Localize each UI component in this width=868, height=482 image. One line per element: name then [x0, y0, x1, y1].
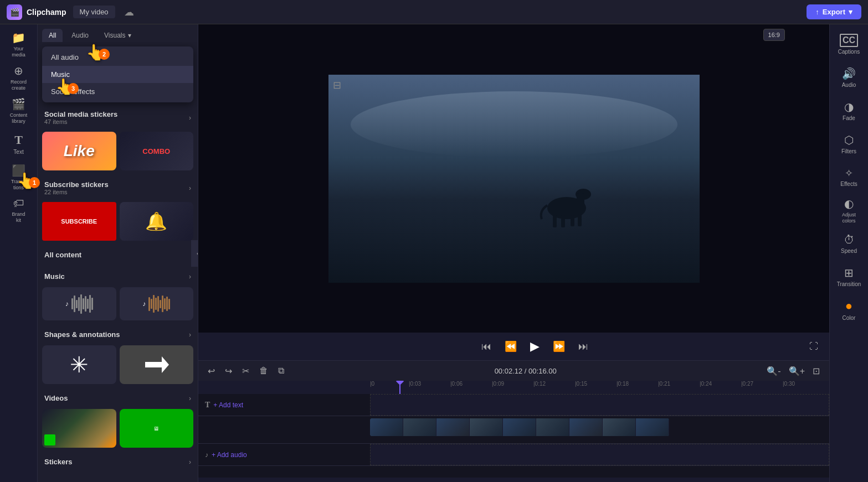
sticker-bell-item[interactable]: 🔔 — [120, 202, 194, 241]
video-track-content — [370, 416, 829, 443]
video-title[interactable]: My video — [73, 6, 115, 18]
ruler-mark-6: |0:06 — [450, 381, 463, 387]
video-thumb-5 — [503, 418, 536, 436]
tab-visuals[interactable]: Visuals ▾ — [97, 29, 137, 42]
section-chevron-music: › — [189, 273, 191, 281]
section-header-shapes[interactable]: Shapes & annotations › — [42, 327, 193, 342]
shape-arrow-item[interactable] — [120, 345, 194, 384]
fit-button[interactable]: ⊡ — [810, 364, 823, 378]
section-header-subscribe[interactable]: Subscribe stickers 22 items › — [42, 177, 193, 199]
video-green-item[interactable]: 🖥 — [120, 409, 194, 448]
shape-burst-item[interactable]: ✳ — [42, 345, 116, 384]
speed-icon: ⏱ — [844, 234, 855, 246]
section-header-music[interactable]: Music › — [42, 269, 193, 284]
sticker-subscribe-item[interactable]: SUBSCRIBE — [42, 202, 116, 241]
sidebar-item-your-media[interactable]: 📁 Yourmedia — [3, 29, 34, 60]
dropdown-item-all-audio[interactable]: All audio — [42, 49, 193, 66]
dropdown-item-music[interactable]: Music — [42, 66, 193, 83]
sticker-like-item[interactable]: Like — [42, 132, 116, 170]
sidebar-label-brand-kit: Brandkit — [12, 211, 25, 224]
music-grid: ♪ — [42, 287, 193, 320]
filters-label: Filters — [841, 148, 856, 154]
zoom-in-button[interactable]: 🔍+ — [786, 364, 808, 378]
section-header-social-stickers[interactable]: Social media stickers 47 items › — [42, 107, 193, 128]
sidebar-item-content-library[interactable]: 🎬 Contentlibrary — [3, 95, 34, 126]
right-tool-color[interactable]: ● Color — [833, 294, 865, 325]
delete-button[interactable]: 🗑 — [256, 364, 271, 377]
rewind-5s-button[interactable]: ⏪ — [502, 338, 519, 355]
effects-icon: ✧ — [845, 167, 853, 179]
section-count-social: 47 items — [44, 118, 117, 125]
section-social-stickers: Social media stickers 47 items › Like CO… — [42, 107, 193, 170]
forward-5s-button[interactable]: ⏩ — [551, 338, 567, 355]
sidebar-item-record[interactable]: ⊕ Recordcreate — [3, 62, 34, 93]
video-clip[interactable] — [370, 418, 669, 436]
fade-icon: ◑ — [844, 100, 854, 113]
ruler-mark-18: |0:18 — [617, 381, 629, 387]
right-tool-transition[interactable]: ⊞ Transition — [833, 261, 865, 292]
sidebar-item-brand-kit[interactable]: 🏷 Brandkit — [3, 195, 34, 226]
ruler-mark-21: |0:21 — [658, 381, 670, 387]
timeline-timecode: 00:02.12 / 00:16.00 — [291, 367, 759, 375]
play-pause-button[interactable]: ▶ — [528, 337, 542, 356]
video-controls-bar: ⏮ ⏪ ▶ ⏩ ⏭ ⛶ — [198, 333, 829, 360]
tab-all[interactable]: All — [42, 29, 63, 42]
video-preview-area: 16:9 — [198, 24, 829, 333]
right-tool-captions[interactable]: CC Captions — [833, 29, 865, 60]
music-track-2[interactable]: ♪ — [120, 287, 194, 320]
add-text-button[interactable]: + Add text — [213, 401, 243, 409]
section-header-stickers[interactable]: Stickers › — [42, 454, 193, 469]
text-icon: T — [14, 133, 23, 147]
right-tool-fade[interactable]: ◑ Fade — [833, 95, 865, 126]
sidebar-item-text[interactable]: T Text — [3, 128, 34, 159]
video-controls-center: ⏮ ⏪ ▶ ⏩ ⏭ — [479, 337, 590, 356]
video-city-item[interactable] — [42, 409, 116, 448]
export-button[interactable]: ↑ Export ▾ — [807, 4, 861, 19]
fullscreen-button[interactable]: ⛶ — [807, 339, 820, 354]
text-track-label: T + Add text — [198, 401, 370, 410]
duplicate-button[interactable]: ⧉ — [275, 364, 287, 377]
skip-back-button[interactable]: ⏮ — [479, 339, 494, 355]
section-header-all-content[interactable]: All content — [42, 247, 193, 262]
section-header-videos[interactable]: Videos › — [42, 391, 193, 406]
aspect-ratio-button[interactable]: 16:9 — [763, 29, 785, 41]
video-canvas: ⊟ — [328, 75, 700, 283]
right-tool-audio[interactable]: 🔊 Audio — [833, 62, 865, 93]
filters-icon: ⬡ — [844, 133, 854, 147]
right-tool-adjust-colors[interactable]: ◐ Adjustcolors — [833, 195, 865, 226]
timeline-ruler: |0 |0:03 |0:06 |0:09 |0:12 |0:15 |0:18 |… — [370, 381, 829, 394]
music-track-1[interactable]: ♪ — [42, 287, 116, 320]
video-controls-right: ⛶ — [807, 339, 820, 354]
ruler-mark-0: |0 — [370, 381, 374, 387]
right-tool-filters[interactable]: ⬡ Filters — [833, 128, 865, 159]
cut-button[interactable]: ✂ — [239, 364, 252, 378]
ruler-mark-12: |0:12 — [533, 381, 546, 387]
timeline-ruler-row: |0 |0:03 |0:06 |0:09 |0:12 |0:15 |0:18 |… — [198, 381, 829, 394]
sticker-combo-item[interactable]: COMBO — [120, 132, 194, 170]
svg-rect-5 — [561, 215, 565, 227]
right-tool-speed[interactable]: ⏱ Speed — [833, 228, 865, 259]
video-thumb-6 — [536, 418, 569, 436]
add-audio-button[interactable]: + Add audio — [212, 451, 247, 459]
undo-button[interactable]: ↩ — [205, 364, 218, 378]
right-tool-effects[interactable]: ✧ Effects — [833, 162, 865, 193]
app-name: Clipchamp — [27, 8, 66, 17]
timeline-scrollbar[interactable] — [198, 478, 829, 482]
brand-icon: 🏷 — [13, 197, 24, 210]
captions-icon: CC — [840, 34, 858, 47]
skip-forward-button[interactable]: ⏭ — [576, 339, 590, 355]
effects-label: Effects — [840, 181, 857, 187]
zoom-out-button[interactable]: 🔍- — [764, 364, 783, 378]
waveform-2: ♪ — [142, 293, 170, 315]
dropdown-item-sound-effects[interactable]: Sound effects — [42, 83, 193, 100]
content-library-icon: 🎬 — [12, 97, 25, 111]
panel-collapse-button[interactable]: ‹ — [191, 240, 198, 267]
sidebar-item-transitions[interactable]: ⬛ Transi-tions — [3, 162, 34, 193]
tab-audio[interactable]: Audio — [65, 29, 95, 42]
redo-button[interactable]: ↪ — [222, 364, 235, 378]
timeline-toolbar: ↩ ↪ ✂ 🗑 ⧉ 00:02.12 / 00:16.00 🔍- 🔍+ ⊡ — [198, 361, 829, 381]
ruler-mark-15: |0:15 — [575, 381, 587, 387]
svg-rect-3 — [577, 193, 584, 205]
app-logo[interactable]: 🎬 Clipchamp — [7, 4, 66, 20]
horse-silhouette — [533, 178, 600, 227]
